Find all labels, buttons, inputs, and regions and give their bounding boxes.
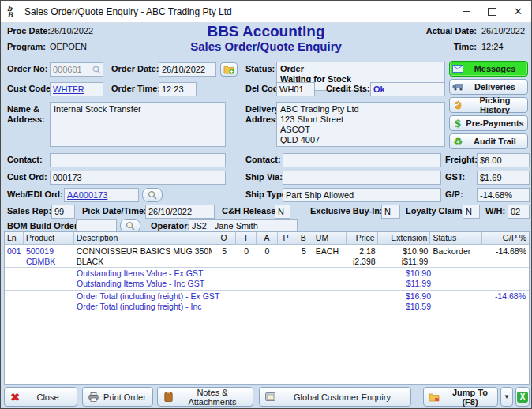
status-label: Status:	[245, 64, 275, 74]
cust-code-field[interactable]: WHTFR	[50, 82, 103, 96]
close-x-icon: ✖	[5, 391, 25, 403]
application-window-icon	[260, 392, 280, 401]
excel-icon: X	[517, 392, 528, 403]
col-extension: Extension	[378, 232, 431, 244]
jump-to-button[interactable]: Jump To (F8)	[423, 387, 498, 407]
col-description: Description	[74, 232, 212, 244]
actual-date-label: Actual Date:	[426, 26, 477, 36]
pre-payments-button[interactable]: $ Pre-Payments	[449, 115, 528, 131]
close-button[interactable]: ✖ Close	[4, 387, 77, 407]
gp-label: G/P:	[445, 189, 463, 200]
cust-ord-field[interactable]: 000173	[50, 171, 226, 185]
order-time-label: Order Time:	[111, 84, 160, 94]
ship-via-label: Ship Via:	[245, 172, 283, 182]
web-edi-search-button[interactable]	[142, 188, 163, 202]
pick-datetime-field[interactable]: 26/10/2022	[145, 204, 215, 219]
exclusive-buyin-field: N	[381, 204, 400, 219]
cust-code-link[interactable]: WHTFR	[53, 84, 84, 94]
dollar-icon: $	[450, 118, 466, 129]
app-window: bB Sales Order/Quote Enquiry - ABC Tradi…	[0, 0, 532, 409]
order-lines-table[interactable]: Ln Product Description O I A P B UM Pric…	[4, 231, 530, 385]
web-edi-field[interactable]: AA000173	[64, 188, 139, 202]
search-icon	[92, 66, 101, 74]
delivery-address-field[interactable]: ABC Trading Pty Ltd 123 Short Street ASC…	[276, 102, 445, 147]
audit-trail-button[interactable]: ♻ Audit Trail	[449, 133, 528, 149]
col-a: A	[257, 232, 278, 244]
summary-row: Outstanding Items Value - Ex GST $10.90	[5, 268, 529, 279]
credit-sts-field: Ok	[370, 82, 445, 96]
minimize-button[interactable]	[453, 1, 479, 22]
folder-icon	[424, 392, 444, 402]
search-icon	[126, 221, 135, 231]
table-row[interactable]: 001 500019 CONNOISSEUR BASICS MUG 350ML …	[5, 246, 529, 257]
folder-plus-icon	[223, 65, 234, 74]
col-o: O	[212, 232, 236, 244]
cust-ord-label: Cust Ord:	[7, 172, 47, 182]
loyalty-claim-label: Loyalty Claim:	[406, 206, 465, 216]
global-customer-enquiry-button[interactable]: Global Customer Enquiry	[259, 387, 411, 407]
cust-code-label: Cust Code:	[7, 84, 54, 94]
name-address-label: Name & Address:	[7, 104, 45, 125]
time-label: Time:	[454, 42, 477, 52]
order-time-field[interactable]: 12:23	[159, 82, 197, 96]
delivery-contact-label: Contact:	[245, 155, 281, 165]
freight-label: Freight:	[445, 155, 478, 165]
titlebar: bB Sales Order/Quote Enquiry - ABC Tradi…	[1, 1, 531, 23]
col-b: B	[294, 232, 313, 244]
summary-row: Order Total (including freight) - Inc $1…	[5, 302, 529, 312]
order-total-summary-group: Order Total (including freight) - Ex GST…	[5, 290, 529, 313]
table-row[interactable]: CBMBK BLACK i2.398 i$11.99	[5, 257, 529, 267]
gst-label: GST:	[445, 172, 465, 182]
summary-row: Outstanding Items Value - Inc GST $11.99	[5, 279, 529, 289]
messages-button[interactable]: Messages	[449, 61, 528, 77]
deliveries-button[interactable]: Deliveries	[449, 79, 528, 95]
col-price: Price	[347, 232, 378, 244]
maximize-button[interactable]	[479, 1, 505, 22]
sales-rep-label: Sales Rep:	[7, 206, 51, 216]
name-address-field[interactable]: Internal Stock Transfer	[50, 102, 226, 147]
loyalty-claim-field: N	[463, 204, 480, 219]
summary-row: Order Total (including freight) - Ex GST…	[5, 291, 529, 302]
web-edi-link[interactable]: AA000173	[67, 190, 107, 200]
order-no-field[interactable]: 000601	[50, 62, 103, 77]
order-date-label: Order Date:	[111, 64, 159, 74]
col-p: P	[278, 232, 294, 244]
product-code-link[interactable]: CBMBK	[24, 257, 74, 267]
clipboard-icon	[158, 392, 178, 402]
close-icon: ✕	[514, 6, 523, 17]
search-icon	[148, 190, 157, 200]
ship-type-field[interactable]: Part Ship Allowed	[283, 188, 441, 202]
wh-label: W/H:	[485, 206, 505, 216]
gst-field: $1.69	[477, 171, 530, 185]
app-icon: bB	[7, 6, 20, 18]
col-i: I	[236, 232, 257, 244]
sales-rep-field[interactable]: 99	[51, 204, 75, 219]
open-order-button[interactable]	[220, 62, 238, 77]
product-code-link[interactable]: 500019	[24, 246, 74, 257]
print-order-button[interactable]: Print Order	[82, 387, 153, 407]
delivery-contact-field[interactable]	[283, 153, 441, 167]
truck-icon	[450, 83, 466, 91]
operator-label: Operator:	[151, 221, 190, 231]
envelope-icon	[450, 65, 466, 73]
maximize-icon	[488, 8, 496, 16]
order-date-field[interactable]: 26/10/2022	[159, 62, 216, 77]
exclusive-buyin-label: Exclusive Buy-In:	[310, 206, 383, 216]
minimize-icon	[463, 11, 470, 12]
jump-to-dropdown-button[interactable]: ▼	[500, 387, 513, 407]
col-um: UM	[313, 232, 347, 244]
contact-field[interactable]	[50, 153, 226, 167]
export-excel-button[interactable]: X	[515, 387, 530, 407]
close-window-button[interactable]: ✕	[505, 1, 531, 22]
del-code-field[interactable]: WH01	[276, 82, 315, 96]
order-no-label: Order No:	[7, 64, 47, 74]
gp-field: -14.68%	[477, 188, 530, 202]
window-title: Sales Order/Quote Enquiry - ABC Trading …	[24, 6, 453, 17]
wh-field: 02	[508, 204, 530, 219]
contact-label: Contact:	[7, 155, 43, 165]
page-subtitle: Sales Order/Quote Enquiry	[1, 39, 531, 53]
picking-history-button[interactable]: Picking History	[449, 97, 528, 113]
notes-attachments-button[interactable]: Notes & Attachments	[157, 387, 253, 407]
recycle-icon: ♻	[450, 136, 466, 148]
ship-via-field[interactable]	[283, 171, 441, 185]
